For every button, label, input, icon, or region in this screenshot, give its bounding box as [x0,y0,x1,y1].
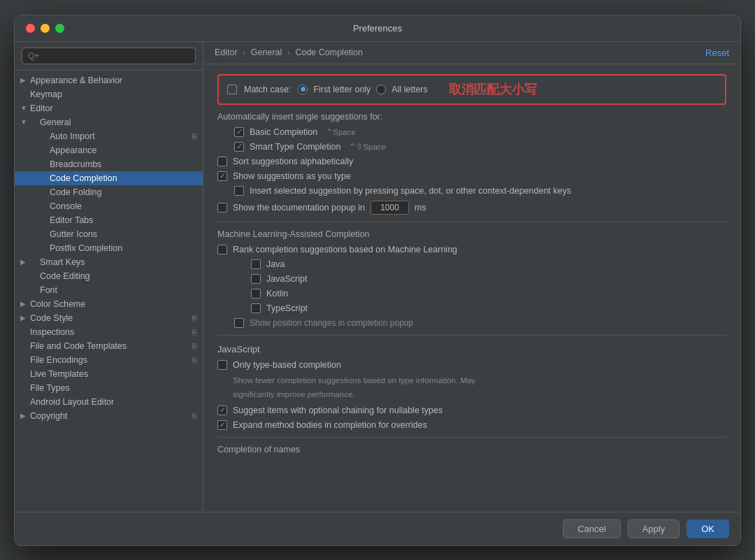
sidebar-item-file-code-templates[interactable]: File and Code Templates ⎘ [15,339,203,353]
js-suggest-nullable-checkbox[interactable] [217,405,227,415]
minimize-button[interactable] [41,24,50,33]
insert-selected-checkbox[interactable] [234,186,244,196]
radio-first-letter[interactable] [298,85,308,94]
show-suggestions-checkbox[interactable] [217,171,227,181]
breadcrumb: Editor › General › Code Completion [215,48,363,57]
close-button[interactable] [26,24,35,33]
sidebar-item-label: General [40,117,197,127]
sidebar-item-postfix-completion[interactable]: Postfix Completion [15,241,203,255]
smart-completion-shortcut: ⌃⇧Space [349,142,386,152]
radio-group: First letter only All letters [298,85,427,94]
sidebar-item-label: Code Folding [50,187,197,197]
arrow-icon: ▶ [20,412,30,419]
search-input[interactable] [22,48,196,64]
sidebar-item-general[interactable]: ▼ General [15,115,203,129]
apply-button[interactable]: Apply [628,519,680,538]
sidebar-item-auto-import[interactable]: Auto Import ⎘ [15,129,203,143]
sidebar-item-label: File Encodings [30,355,189,365]
breadcrumb-sep2: › [287,48,290,57]
sidebar-item-editor[interactable]: ▼ Editor [15,101,203,115]
js-only-type-checkbox[interactable] [217,360,227,370]
window-controls [26,24,64,33]
sidebar-item-breadcrumbs[interactable]: Breadcrumbs [15,157,203,171]
main-panel: Editor › General › Code Completion Reset… [203,42,740,512]
first-letter-label: First letter only [313,85,371,94]
ml-rank-label: Rank completion suggestions based on Mac… [233,245,457,254]
sidebar-item-smart-keys[interactable]: ▶ Smart Keys [15,255,203,269]
divider3 [217,437,726,438]
sidebar-item-appearance[interactable]: Appearance [15,143,203,157]
sidebar-item-android-layout-editor[interactable]: Android Layout Editor [15,395,203,409]
show-position-row: Show position changes in completion popu… [234,318,726,328]
show-doc-popup-checkbox[interactable] [217,203,227,213]
sidebar-item-label: Editor Tabs [50,215,197,225]
ml-rank-checkbox[interactable] [217,245,227,254]
arrow-icon: ▶ [20,76,30,84]
ml-kotlin-checkbox[interactable] [251,289,261,299]
divider2 [217,335,726,336]
show-doc-popup-label: Show the documentation popup in [233,203,365,213]
sidebar-item-keymap[interactable]: Keymap [15,87,203,101]
completion-names-title: Completion of names [217,445,726,454]
sidebar-item-console[interactable]: Console [15,199,203,213]
ml-typescript-row: TypeScript [251,303,726,313]
sidebar-item-live-templates[interactable]: Live Templates [15,367,203,381]
panel-body: Match case: First letter only All letter… [203,64,740,512]
cancel-button[interactable]: Cancel [563,519,620,538]
show-doc-popup-row: Show the documentation popup in ms [217,201,726,215]
sidebar-item-label: Appearance [50,145,197,155]
sidebar-item-label: Inspections [30,327,189,337]
sidebar-item-font[interactable]: Font [15,283,203,297]
basic-completion-checkbox[interactable] [234,127,244,137]
sidebar-item-appearance-behavior[interactable]: ▶ Appearance & Behavior [15,73,203,87]
sidebar-item-inspections[interactable]: Inspections ⎘ [15,325,203,339]
doc-popup-ms-input[interactable] [371,201,409,215]
smart-completion-checkbox[interactable] [234,142,244,152]
sidebar-item-code-completion[interactable]: Code Completion [15,171,203,185]
sidebar-item-code-style[interactable]: ▶ Code Style ⎘ [15,311,203,325]
sort-alpha-checkbox[interactable] [217,157,227,166]
radio-all-letters[interactable] [376,85,386,94]
sidebar-item-label: Keymap [30,89,197,99]
maximize-button[interactable] [55,24,64,33]
js-only-type-desc2: significantly improve performance. [233,389,726,400]
ok-button[interactable]: OK [686,519,729,538]
sidebar-item-label: Color Scheme [30,299,197,309]
sidebar-item-color-scheme[interactable]: ▶ Color Scheme [15,297,203,311]
footer: Cancel Apply OK [15,512,740,545]
ml-javascript-row: JavaScript [251,274,726,284]
ml-java-label: Java [266,259,285,269]
ml-typescript-checkbox[interactable] [251,303,261,313]
sidebar-item-label: Editor [30,103,197,113]
sidebar-item-label: File and Code Templates [30,341,189,351]
divider1 [217,222,726,222]
sidebar: ▶ Appearance & Behavior Keymap ▼ Editor [15,42,203,512]
sidebar-item-label: Smart Keys [40,257,197,267]
arrow-icon: ▼ [20,118,30,126]
arrow-icon: ▶ [20,314,30,322]
match-case-checkbox[interactable] [227,85,237,94]
sidebar-tree: ▶ Appearance & Behavior Keymap ▼ Editor [15,71,203,512]
ml-javascript-checkbox[interactable] [251,274,261,284]
copy-icon: ⎘ [192,342,197,350]
reset-button[interactable]: Reset [705,48,729,58]
copy-icon: ⎘ [192,412,197,420]
js-expand-method-checkbox[interactable] [217,420,227,430]
sidebar-item-gutter-icons[interactable]: Gutter Icons [15,227,203,241]
ml-java-checkbox[interactable] [251,259,261,269]
sidebar-item-label: Copyright [30,411,189,421]
match-case-label: Match case: [244,85,291,94]
sidebar-item-copyright[interactable]: ▶ Copyright ⎘ [15,409,203,423]
sidebar-item-file-types[interactable]: File Types [15,381,203,395]
ml-kotlin-row: Kotlin [251,289,726,299]
copy-icon: ⎘ [192,314,197,322]
sidebar-item-editor-tabs[interactable]: Editor Tabs [15,213,203,227]
js-suggest-nullable-label: Suggest items with optional chaining for… [233,405,443,415]
all-letters-label: All letters [391,85,427,94]
sidebar-item-code-editing[interactable]: Code Editing [15,269,203,283]
show-position-checkbox[interactable] [234,318,244,328]
sidebar-item-file-encodings[interactable]: File Encodings ⎘ [15,353,203,367]
js-section-title: JavaScript [217,344,726,354]
auto-insert-title: Automatically insert single suggestions … [217,112,726,122]
sidebar-item-code-folding[interactable]: Code Folding [15,185,203,199]
